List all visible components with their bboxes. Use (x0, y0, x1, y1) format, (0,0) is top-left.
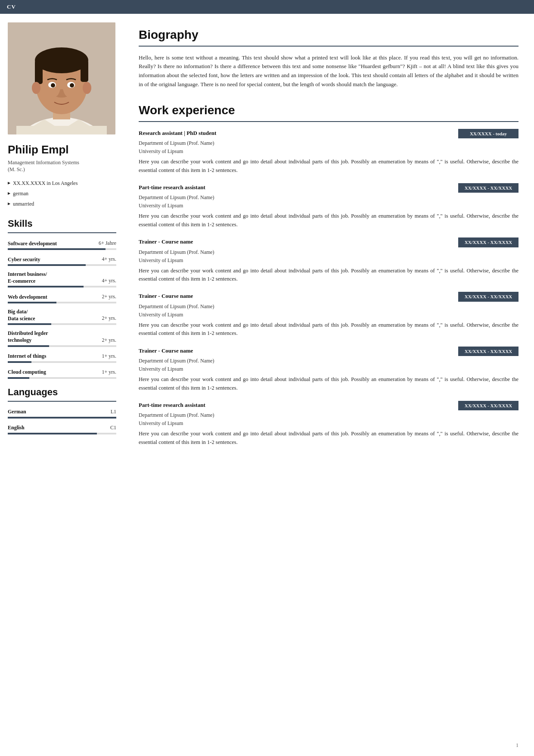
work-date-badge: XX/XXXX - today (458, 129, 518, 139)
work-org1: Department of Lipsum (Prof. Name) (139, 357, 518, 365)
work-org2: University of Lipsum (139, 311, 518, 319)
language-bar-bg (8, 433, 116, 434)
page-number: 1 (516, 741, 518, 749)
work-desc: Here you can describe your work content … (139, 375, 518, 392)
work-date-badge: XX/XXXX - XX/XXXX (458, 237, 518, 247)
skill-name: Software development (8, 241, 57, 247)
skill-item: Distributed legdertechnology 2+ yrs. (8, 330, 116, 347)
work-entry: Part-time research assistant XX/XXXX - X… (139, 401, 518, 447)
work-date-badge: XX/XXXX - XX/XXXX (458, 401, 518, 411)
work-entry: Trainer - Course name XX/XXXX - XX/XXXX … (139, 347, 518, 392)
skill-level: 2+ yrs. (102, 293, 116, 300)
skill-item: Software development 6+ Jahre (8, 239, 116, 250)
language-item: German L1 (8, 408, 116, 419)
work-org2: University of Lipsum (139, 419, 518, 427)
skills-list: Software development 6+ Jahre Cyber secu… (8, 239, 116, 379)
sidebar: Philip Empl Management Information Syste… (0, 14, 125, 756)
skill-bar-fill (8, 323, 51, 325)
language-level: L1 (111, 408, 116, 415)
work-entry: Research assistant | PhD student XX/XXXX… (139, 129, 518, 175)
svg-point-7 (32, 82, 40, 94)
work-header: Part-time research assistant XX/XXXX - X… (139, 183, 518, 193)
info-item-location: XX.XX.XXXX in Los Angeles (8, 179, 116, 187)
skill-bar-fill (8, 248, 106, 250)
skill-bar-bg (8, 361, 116, 363)
skill-level: 2+ yrs. (102, 314, 116, 322)
work-entry: Trainer - Course name XX/XXXX - XX/XXXX … (139, 292, 518, 337)
work-title: Trainer - Course name (139, 237, 193, 246)
skill-bar-fill (8, 345, 49, 347)
skill-level: 4+ yrs. (102, 277, 116, 284)
skill-name: Cloud computing (8, 369, 46, 376)
skill-bar-bg (8, 286, 116, 287)
work-date-badge: XX/XXXX - XX/XXXX (458, 292, 518, 302)
skill-bar-fill (8, 377, 29, 379)
skill-bar-bg (8, 264, 116, 266)
work-title: Trainer - Course name (139, 292, 193, 300)
languages-list: Languages German L1 English C1 (8, 385, 116, 434)
skill-level: 1+ yrs. (102, 368, 116, 376)
profile-name: Philip Empl (8, 141, 116, 158)
work-header: Trainer - Course name XX/XXXX - XX/XXXX (139, 347, 518, 356)
work-title: Part-time research assistant (139, 401, 205, 409)
work-desc: Here you can describe your work content … (139, 212, 518, 229)
skill-name: Big data/Data science (8, 309, 35, 322)
skills-section-title: Skills (8, 216, 116, 233)
svg-point-12 (70, 83, 74, 87)
work-title: Part-time research assistant (139, 183, 205, 192)
skill-item: Cloud computing 1+ yrs. (8, 368, 116, 379)
cv-label: CV (7, 3, 16, 10)
main-content: Biography Hello, here is some text witho… (125, 14, 534, 756)
skill-item: Web development 2+ yrs. (8, 293, 116, 303)
work-entry: Part-time research assistant XX/XXXX - X… (139, 183, 518, 229)
language-name: German (8, 409, 26, 415)
profile-title: Management Information Systems(M. Sc.) (8, 159, 116, 174)
skill-item: Internet of things 1+ yrs. (8, 352, 116, 363)
skill-item: Internet business/E-commerce 4+ yrs. (8, 271, 116, 287)
skill-level: 2+ yrs. (102, 336, 116, 344)
info-item-status: unmarried (8, 200, 116, 208)
profile-photo (8, 22, 115, 134)
work-desc: Here you can describe your work content … (139, 158, 518, 175)
work-org1: Department of Lipsum (Prof. Name) (139, 303, 518, 310)
work-org1: Department of Lipsum (Prof. Name) (139, 194, 518, 201)
skill-bar-bg (8, 323, 116, 325)
cv-page: CV (0, 0, 534, 756)
skill-bar-fill (8, 361, 31, 363)
work-org2: University of Lipsum (139, 365, 518, 373)
work-org2: University of Lipsum (139, 256, 518, 264)
work-date-badge: XX/XXXX - XX/XXXX (458, 183, 518, 193)
work-entries-list: Research assistant | PhD student XX/XXXX… (139, 129, 518, 447)
main-layout: Philip Empl Management Information Syste… (0, 14, 534, 756)
skill-item: Cyber security 4+ yrs. (8, 255, 116, 266)
skill-name: Web development (8, 294, 47, 301)
svg-point-11 (51, 83, 55, 87)
skill-level: 6+ Jahre (99, 239, 116, 247)
skill-name: Internet business/E-commerce (8, 271, 47, 284)
skill-name: Cyber security (8, 256, 40, 263)
biography-title: Biography (139, 26, 518, 47)
work-header: Part-time research assistant XX/XXXX - X… (139, 401, 518, 411)
skill-name: Distributed legdertechnology (8, 330, 48, 344)
svg-rect-5 (35, 60, 43, 84)
profile-info-list: XX.XX.XXXX in Los Angeles german unmarri… (8, 179, 116, 208)
work-header: Trainer - Course name XX/XXXX - XX/XXXX (139, 237, 518, 247)
work-desc: Here you can describe your work content … (139, 430, 518, 447)
work-org2: University of Lipsum (139, 147, 518, 155)
skill-item: Big data/Data science 2+ yrs. (8, 309, 116, 325)
work-title: Trainer - Course name (139, 347, 193, 355)
languages-section-title: Languages (8, 385, 116, 402)
skill-bar-bg (8, 345, 116, 347)
language-level: C1 (110, 424, 116, 431)
skill-level: 1+ yrs. (102, 352, 116, 360)
work-desc: Here you can describe your work content … (139, 267, 518, 284)
svg-point-8 (83, 82, 91, 94)
language-item: English C1 (8, 424, 116, 434)
skill-name: Internet of things (8, 353, 46, 360)
skill-bar-bg (8, 248, 116, 250)
skill-bar-fill (8, 264, 86, 266)
work-org2: University of Lipsum (139, 202, 518, 209)
work-experience-title: Work experience (139, 101, 518, 122)
language-bar-fill (8, 417, 116, 419)
work-org1: Department of Lipsum (Prof. Name) (139, 248, 518, 256)
